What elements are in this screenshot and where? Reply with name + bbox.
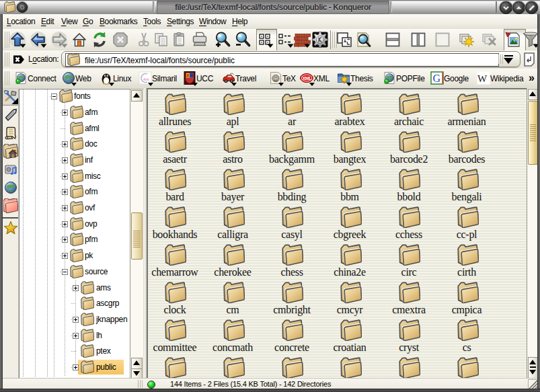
svg-text:W: W [477,73,488,84]
svg-text:G: G [433,73,441,84]
svg-text:XML: XML [302,76,312,81]
svg-text:4mk: 4mk [143,77,149,81]
